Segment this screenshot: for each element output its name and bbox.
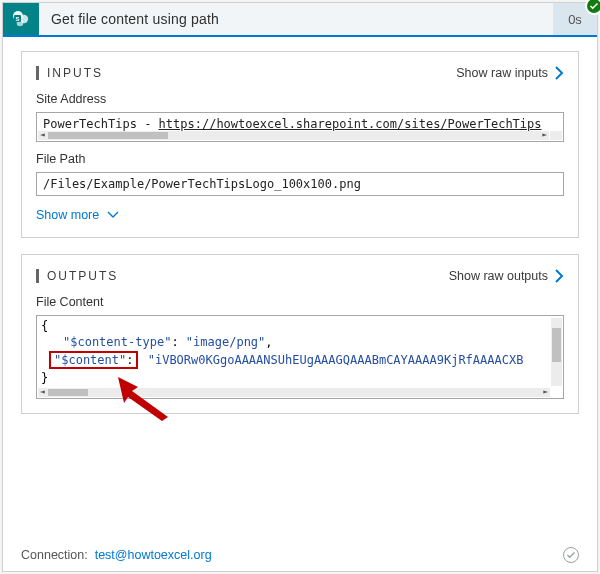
show-raw-outputs-label: Show raw outputs [449, 269, 548, 283]
file-path-label: File Path [36, 152, 564, 166]
show-raw-inputs-button[interactable]: Show raw inputs [456, 66, 564, 80]
show-raw-inputs-label: Show raw inputs [456, 66, 548, 80]
connection-footer: Connection: test@howtoexcel.org [21, 547, 579, 563]
step-header: S Get file content using path 0s [3, 3, 597, 37]
chevron-right-icon [554, 269, 564, 283]
show-more-button[interactable]: Show more [36, 208, 119, 222]
svg-text:S: S [15, 16, 19, 22]
connection-link[interactable]: test@howtoexcel.org [95, 548, 212, 562]
hscrollbar[interactable]: ◄► [38, 388, 550, 397]
file-path-value[interactable]: /Files/Example/PowerTechTipsLogo_100x100… [36, 172, 564, 196]
outputs-title: OUTPUTS [36, 269, 118, 283]
site-address-label: Site Address [36, 92, 564, 106]
vscrollbar[interactable] [551, 318, 562, 386]
step-body: INPUTS Show raw inputs Site Address Powe… [3, 37, 597, 440]
site-address-url: https://howtoexcel.sharepoint.com/sites/… [159, 117, 542, 131]
scroll-corner [550, 131, 562, 140]
chevron-down-icon [107, 208, 119, 222]
sharepoint-connector-icon: S [3, 3, 39, 35]
inputs-section: INPUTS Show raw inputs Site Address Powe… [21, 51, 579, 238]
file-content-json[interactable]: { "$content-type": "image/png", "$conten… [36, 315, 564, 399]
check-circle-icon [563, 547, 579, 563]
site-address-value[interactable]: PowerTechTips - https://howtoexcel.share… [36, 112, 564, 142]
outputs-header: OUTPUTS Show raw outputs [36, 269, 564, 283]
inputs-header: INPUTS Show raw inputs [36, 66, 564, 80]
site-address-prefix: PowerTechTips - [43, 117, 159, 131]
outputs-section: OUTPUTS Show raw outputs File Content { … [21, 254, 579, 414]
run-step-card: S Get file content using path 0s INPUTS … [2, 2, 598, 572]
show-raw-outputs-button[interactable]: Show raw outputs [449, 269, 564, 283]
inputs-title: INPUTS [36, 66, 103, 80]
connection-label: Connection: [21, 548, 88, 562]
success-badge-icon [585, 0, 600, 15]
chevron-right-icon [554, 66, 564, 80]
hscrollbar[interactable]: ◄► [38, 131, 549, 140]
show-more-label: Show more [36, 208, 99, 222]
content-key-highlight: "$content": [49, 351, 138, 369]
file-content-label: File Content [36, 295, 564, 309]
step-title: Get file content using path [39, 3, 553, 35]
